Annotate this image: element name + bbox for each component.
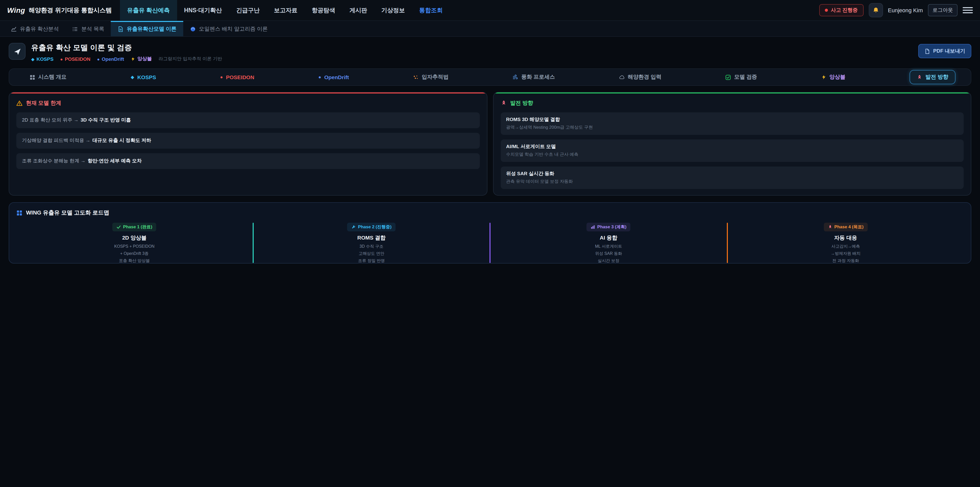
phase-line: 조류 정밀 반영 [253, 258, 490, 264]
limits-list: 2D 표층 확산 모의 위주 →3D 수직 구조 반영 미흡 기상해양 결합 피… [16, 112, 479, 169]
roadmap-phases: Phase 1 (완료) 2D 앙상블 KOSPS + POSEIDON + O… [16, 222, 964, 264]
rocket-icon [501, 100, 507, 106]
phase-4-badge: Phase 4 (목표) [824, 223, 867, 232]
nav-item-reports[interactable]: 보고자료 [267, 0, 305, 21]
page-header: 유출유 확산 모델 이론 및 검증 ◆ KOSPS ● POSEIDON ● O [9, 43, 971, 62]
main-nav: 유출유 확산예측 HNS·대기확산 긴급구난 보고자료 항공탐색 게시판 기상정… [120, 0, 450, 21]
limit-item: 조류 조화상수 분해능 한계 →항만·연안 세부 예측 오차 [16, 153, 479, 169]
tab-label: 오일펜스 배치 알고리즘 이론 [199, 26, 268, 33]
panels-row: 현재 모델 한계 2D 표층 확산 모의 위주 →3D 수직 구조 반영 미흡 … [9, 92, 971, 196]
section-tab-validation[interactable]: 모델 검증 [725, 73, 757, 81]
tab-oil-fence-theory[interactable]: 오일펜스 배치 알고리즘 이론 [183, 21, 275, 36]
future-directions-panel: 발전 방향 ROMS 3D 해양모델 결합 광역→상세역 Nesting 200… [493, 92, 971, 196]
future-item: ROMS 3D 해양모델 결합 광역→상세역 Nesting 200m급 고해상… [501, 112, 964, 135]
section-tab-future[interactable]: 발전 방향 [910, 70, 956, 84]
section-tab-label: POSEIDON [226, 74, 254, 80]
phase-badge-label: Phase 4 (목표) [834, 224, 863, 230]
oil-fence-icon [190, 26, 196, 32]
rocket-icon [828, 225, 832, 229]
section-tab-ocean-input[interactable]: 해양환경 입력 [619, 73, 662, 81]
section-tabs: 시스템 개요 ◆ KOSPS ● POSEIDON ● OpenDrift 입자… [9, 69, 971, 86]
limit-text-bold: 항만·연안 세부 예측 오차 [88, 158, 142, 163]
dot-icon: ● [97, 56, 100, 62]
phase-line: 3D 수직 구조 [253, 244, 490, 250]
hamburger-menu-icon[interactable] [963, 5, 973, 16]
roadmap-title-text: WING 유출유 모델 고도화 로드맵 [26, 209, 109, 217]
limit-item: 2D 표층 확산 모의 위주 →3D 수직 구조 반영 미흡 [16, 112, 479, 128]
limit-text: 2D 표층 확산 모의 위주 → [22, 117, 79, 123]
notifications-button[interactable] [869, 3, 883, 18]
logout-button[interactable]: 로그아웃 [928, 4, 958, 16]
section-tab-poseidon[interactable]: ● POSEIDON [220, 74, 255, 80]
section-tab-label: 앙상블 [829, 73, 845, 81]
tab-analysis-list[interactable]: 분석 목록 [65, 21, 111, 36]
dot-icon: ● [220, 75, 223, 80]
section-tab-weathering[interactable]: 풍화 프로세스 [513, 73, 555, 81]
nav-item-aerial-search[interactable]: 항공탐색 [305, 0, 342, 21]
nav-item-oil-spill-prediction[interactable]: 유출유 확산예측 [120, 0, 177, 21]
future-panel-title: 발전 방향 [501, 100, 964, 107]
future-item-desc: 광역→상세역 Nesting 200m급 고해상도 구현 [506, 125, 958, 131]
nav-item-weather-info[interactable]: 기상정보 [374, 0, 412, 21]
page-subtitle: 라그랑지안 입자추적 이론 기반 [159, 56, 222, 62]
warning-icon [16, 100, 22, 106]
roadmap-phase-3: Phase 3 (계획) AI 융합 ML 서로게이트 위성 SAR 동화 실시… [490, 222, 727, 264]
future-item: 위성 SAR 실시간 동화 관측 유막 데이터 모델 보정 자동화 [501, 166, 964, 189]
wrench-icon [352, 225, 356, 229]
future-list: ROMS 3D 해양모델 결합 광역→상세역 Nesting 200m급 고해상… [501, 112, 964, 189]
roadmap-phase-2: Phase 2 (진행중) ROMS 결합 3D 수직 구조 고해상도 연안 조… [253, 222, 490, 264]
phase-line: ML 서로게이트 [490, 244, 727, 250]
bell-icon [872, 6, 879, 14]
roadmap-phase-4: Phase 4 (목표) 자동 대응 사고감지→예측 →방제자원 배치 전 과정… [728, 222, 964, 264]
section-tab-opendrift[interactable]: ● OpenDrift [318, 74, 349, 80]
grid-icon [16, 210, 22, 216]
phase-line: + OpenDrift 3종 [16, 251, 252, 257]
rocket-icon [917, 74, 922, 80]
brand[interactable]: Wing 해양환경 위기대응 통합시스템 [7, 6, 112, 14]
phase-line: 사고감지→예측 [728, 244, 964, 250]
dot-icon: ● [318, 75, 321, 80]
section-tab-particle-tracking[interactable]: 입자추적법 [413, 73, 449, 81]
nav-item-hns-diffusion[interactable]: HNS·대기확산 [177, 0, 229, 21]
main-content: 유출유 확산 모델 이론 및 검증 ◆ KOSPS ● POSEIDON ● O [0, 37, 980, 263]
phase-line: 위성 SAR 동화 [490, 251, 727, 257]
limit-item: 기상해양 결합 피드백 미적용 →대규모 유출 시 정확도 저하 [16, 133, 479, 148]
limits-title-text: 현재 모델 한계 [26, 100, 61, 107]
phase-1-badge: Phase 1 (완료) [112, 223, 156, 232]
limits-panel-title: 현재 모델 한계 [16, 100, 479, 107]
incident-status-badge[interactable]: 사고 진행중 [819, 4, 863, 16]
section-tab-ensemble[interactable]: 앙상블 [821, 73, 845, 81]
pdf-export-button[interactable]: PDF 내보내기 [918, 44, 971, 58]
logo-text: Wing [7, 6, 25, 14]
section-tab-label: 발전 방향 [925, 73, 948, 81]
future-item-title: ROMS 3D 해양모델 결합 [506, 117, 958, 123]
phase-badge-label: Phase 1 (완료) [123, 224, 152, 230]
grid-icon [30, 74, 35, 80]
future-item-title: AI/ML 서로게이트 모델 [506, 144, 958, 150]
navigation-arrow-icon [13, 47, 21, 56]
section-tab-label: 시스템 개요 [38, 73, 67, 81]
list-icon [72, 26, 78, 32]
user-name: Eunjeong Kim [888, 7, 923, 13]
document-icon [118, 26, 124, 32]
limit-text: 기상해양 결합 피드백 미적용 → [22, 137, 90, 143]
bolt-icon [130, 57, 135, 61]
limit-text-bold: 대규모 유출 시 정확도 저하 [92, 137, 151, 143]
app-root: Wing 해양환경 위기대응 통합시스템 유출유 확산예측 HNS·대기확산 긴… [0, 0, 980, 487]
app-title: 해양환경 위기대응 통합시스템 [29, 6, 112, 14]
section-tab-overview[interactable]: 시스템 개요 [30, 73, 67, 81]
nav-item-emergency-rescue[interactable]: 긴급구난 [229, 0, 267, 21]
bar-chart-icon [590, 225, 595, 229]
phase-line: 고해상도 연안 [253, 251, 490, 257]
tab-model-theory[interactable]: 유출유확산모델 이론 [111, 21, 183, 36]
nav-item-board[interactable]: 게시판 [342, 0, 374, 21]
section-tab-kosps[interactable]: ◆ KOSPS [130, 74, 156, 80]
phase-3-badge: Phase 3 (계획) [587, 223, 630, 232]
nav-item-integrated-search[interactable]: 통합조회 [412, 0, 450, 21]
incident-label: 사고 진행중 [831, 6, 858, 14]
tab-spill-analysis[interactable]: 유출유 확산분석 [4, 21, 65, 36]
future-item-desc: 관측 유막 데이터 모델 보정 자동화 [506, 179, 958, 185]
wind-icon [513, 74, 518, 80]
section-tab-label: OpenDrift [324, 74, 349, 80]
tab-label: 유출유확산모델 이론 [127, 26, 177, 33]
